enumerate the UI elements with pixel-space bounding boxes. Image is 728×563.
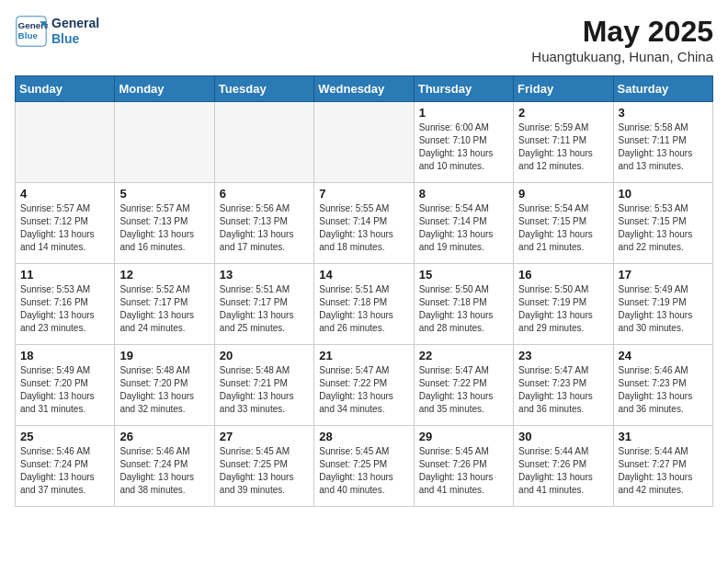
day-info: Sunrise: 5:51 AM Sunset: 7:17 PM Dayligh…: [220, 283, 309, 335]
calendar-cell-w1-d2: [214, 102, 313, 183]
calendar-cell-w5-d5: 30Sunrise: 5:44 AM Sunset: 7:26 PM Dayli…: [514, 426, 613, 507]
day-number: 22: [419, 349, 508, 362]
page-header: General Blue General Blue May 2025 Huang…: [15, 15, 713, 64]
day-number: 13: [220, 268, 309, 282]
day-info: Sunrise: 5:50 AM Sunset: 7:19 PM Dayligh…: [518, 283, 608, 335]
day-info: Sunrise: 5:53 AM Sunset: 7:16 PM Dayligh…: [20, 283, 109, 335]
day-number: 26: [119, 430, 209, 443]
day-number: 12: [119, 268, 209, 282]
calendar-cell-w1-d1: [115, 102, 214, 183]
location-title: Huangtukuang, Hunan, China: [531, 49, 713, 64]
week-row-5: 25Sunrise: 5:46 AM Sunset: 7:24 PM Dayli…: [16, 426, 713, 507]
day-info: Sunrise: 5:47 AM Sunset: 7:22 PM Dayligh…: [419, 364, 508, 416]
svg-text:Blue: Blue: [18, 30, 39, 40]
day-number: 24: [619, 349, 708, 362]
header-monday: Monday: [115, 76, 214, 102]
day-number: 19: [119, 349, 209, 362]
day-number: 11: [20, 268, 109, 282]
day-info: Sunrise: 5:54 AM Sunset: 7:14 PM Dayligh…: [419, 202, 508, 254]
day-number: 4: [20, 187, 109, 201]
calendar-cell-w3-d5: 16Sunrise: 5:50 AM Sunset: 7:19 PM Dayli…: [514, 264, 613, 345]
day-info: Sunrise: 5:44 AM Sunset: 7:27 PM Dayligh…: [619, 445, 708, 497]
calendar-cell-w5-d0: 25Sunrise: 5:46 AM Sunset: 7:24 PM Dayli…: [16, 426, 115, 507]
week-row-1: 1Sunrise: 6:00 AM Sunset: 7:10 PM Daylig…: [16, 102, 713, 183]
calendar-cell-w2-d3: 7Sunrise: 5:55 AM Sunset: 7:14 PM Daylig…: [314, 183, 414, 264]
calendar-table: Sunday Monday Tuesday Wednesday Thursday…: [15, 75, 713, 507]
header-tuesday: Tuesday: [214, 76, 313, 102]
day-number: 20: [220, 349, 309, 362]
calendar-cell-w5-d3: 28Sunrise: 5:45 AM Sunset: 7:25 PM Dayli…: [314, 426, 414, 507]
week-row-3: 11Sunrise: 5:53 AM Sunset: 7:16 PM Dayli…: [16, 264, 713, 345]
day-number: 28: [319, 430, 408, 443]
header-saturday: Saturday: [613, 76, 712, 102]
day-info: Sunrise: 5:45 AM Sunset: 7:26 PM Dayligh…: [419, 445, 508, 497]
calendar-cell-w4-d6: 24Sunrise: 5:46 AM Sunset: 7:23 PM Dayli…: [613, 345, 712, 426]
calendar-cell-w5-d4: 29Sunrise: 5:45 AM Sunset: 7:26 PM Dayli…: [414, 426, 513, 507]
header-wednesday: Wednesday: [314, 76, 414, 102]
calendar-cell-w3-d4: 15Sunrise: 5:50 AM Sunset: 7:18 PM Dayli…: [414, 264, 513, 345]
day-number: 3: [619, 106, 708, 120]
calendar-cell-w3-d3: 14Sunrise: 5:51 AM Sunset: 7:18 PM Dayli…: [314, 264, 414, 345]
day-number: 15: [419, 268, 508, 282]
day-number: 27: [220, 430, 309, 443]
day-info: Sunrise: 5:49 AM Sunset: 7:19 PM Dayligh…: [619, 283, 708, 335]
calendar-cell-w5-d1: 26Sunrise: 5:46 AM Sunset: 7:24 PM Dayli…: [115, 426, 214, 507]
day-info: Sunrise: 5:46 AM Sunset: 7:24 PM Dayligh…: [119, 445, 209, 497]
calendar-cell-w3-d2: 13Sunrise: 5:51 AM Sunset: 7:17 PM Dayli…: [214, 264, 313, 345]
day-info: Sunrise: 5:44 AM Sunset: 7:26 PM Dayligh…: [518, 445, 608, 497]
logo: General Blue General Blue: [15, 15, 99, 48]
calendar-cell-w2-d6: 10Sunrise: 5:53 AM Sunset: 7:15 PM Dayli…: [613, 183, 712, 264]
calendar-cell-w3-d1: 12Sunrise: 5:52 AM Sunset: 7:17 PM Dayli…: [115, 264, 214, 345]
week-row-4: 18Sunrise: 5:49 AM Sunset: 7:20 PM Dayli…: [16, 345, 713, 426]
day-info: Sunrise: 5:46 AM Sunset: 7:23 PM Dayligh…: [619, 364, 708, 416]
day-info: Sunrise: 5:46 AM Sunset: 7:24 PM Dayligh…: [20, 445, 109, 497]
day-number: 29: [419, 430, 508, 443]
day-number: 7: [319, 187, 408, 201]
day-number: 17: [619, 268, 708, 282]
day-number: 14: [319, 268, 408, 282]
day-number: 30: [518, 430, 608, 443]
week-row-2: 4Sunrise: 5:57 AM Sunset: 7:12 PM Daylig…: [16, 183, 713, 264]
calendar-cell-w2-d5: 9Sunrise: 5:54 AM Sunset: 7:15 PM Daylig…: [514, 183, 613, 264]
calendar-cell-w1-d3: [314, 102, 414, 183]
day-number: 9: [518, 187, 608, 201]
day-info: Sunrise: 5:58 AM Sunset: 7:11 PM Dayligh…: [619, 121, 708, 173]
day-number: 25: [20, 430, 109, 443]
day-info: Sunrise: 5:49 AM Sunset: 7:20 PM Dayligh…: [20, 364, 109, 416]
day-info: Sunrise: 5:50 AM Sunset: 7:18 PM Dayligh…: [419, 283, 508, 335]
calendar-cell-w2-d2: 6Sunrise: 5:56 AM Sunset: 7:13 PM Daylig…: [214, 183, 313, 264]
logo-text-blue: Blue: [51, 31, 99, 47]
day-info: Sunrise: 5:54 AM Sunset: 7:15 PM Dayligh…: [518, 202, 608, 254]
day-number: 1: [419, 106, 508, 120]
header-thursday: Thursday: [414, 76, 513, 102]
day-info: Sunrise: 5:52 AM Sunset: 7:17 PM Dayligh…: [119, 283, 209, 335]
day-info: Sunrise: 5:47 AM Sunset: 7:22 PM Dayligh…: [319, 364, 408, 416]
calendar-cell-w2-d4: 8Sunrise: 5:54 AM Sunset: 7:14 PM Daylig…: [414, 183, 513, 264]
day-info: Sunrise: 5:45 AM Sunset: 7:25 PM Dayligh…: [319, 445, 408, 497]
header-sunday: Sunday: [16, 76, 115, 102]
day-info: Sunrise: 6:00 AM Sunset: 7:10 PM Dayligh…: [419, 121, 508, 173]
month-title: May 2025: [531, 15, 713, 49]
calendar-cell-w4-d2: 20Sunrise: 5:48 AM Sunset: 7:21 PM Dayli…: [214, 345, 313, 426]
calendar-cell-w2-d1: 5Sunrise: 5:57 AM Sunset: 7:13 PM Daylig…: [115, 183, 214, 264]
day-info: Sunrise: 5:48 AM Sunset: 7:20 PM Dayligh…: [119, 364, 209, 416]
day-info: Sunrise: 5:53 AM Sunset: 7:15 PM Dayligh…: [619, 202, 708, 254]
day-number: 16: [518, 268, 608, 282]
day-info: Sunrise: 5:57 AM Sunset: 7:12 PM Dayligh…: [20, 202, 109, 254]
calendar-cell-w1-d6: 3Sunrise: 5:58 AM Sunset: 7:11 PM Daylig…: [613, 102, 712, 183]
day-number: 18: [20, 349, 109, 362]
day-number: 23: [518, 349, 608, 362]
day-number: 2: [518, 106, 608, 120]
day-info: Sunrise: 5:56 AM Sunset: 7:13 PM Dayligh…: [220, 202, 309, 254]
day-number: 6: [220, 187, 309, 201]
calendar-cell-w3-d0: 11Sunrise: 5:53 AM Sunset: 7:16 PM Dayli…: [16, 264, 115, 345]
calendar-cell-w2-d0: 4Sunrise: 5:57 AM Sunset: 7:12 PM Daylig…: [16, 183, 115, 264]
calendar-cell-w4-d4: 22Sunrise: 5:47 AM Sunset: 7:22 PM Dayli…: [414, 345, 513, 426]
header-friday: Friday: [514, 76, 613, 102]
day-info: Sunrise: 5:45 AM Sunset: 7:25 PM Dayligh…: [220, 445, 309, 497]
calendar-cell-w4-d1: 19Sunrise: 5:48 AM Sunset: 7:20 PM Dayli…: [115, 345, 214, 426]
logo-icon: General Blue: [15, 15, 48, 48]
calendar-cell-w1-d5: 2Sunrise: 5:59 AM Sunset: 7:11 PM Daylig…: [514, 102, 613, 183]
calendar-cell-w1-d4: 1Sunrise: 6:00 AM Sunset: 7:10 PM Daylig…: [414, 102, 513, 183]
calendar-cell-w5-d6: 31Sunrise: 5:44 AM Sunset: 7:27 PM Dayli…: [613, 426, 712, 507]
